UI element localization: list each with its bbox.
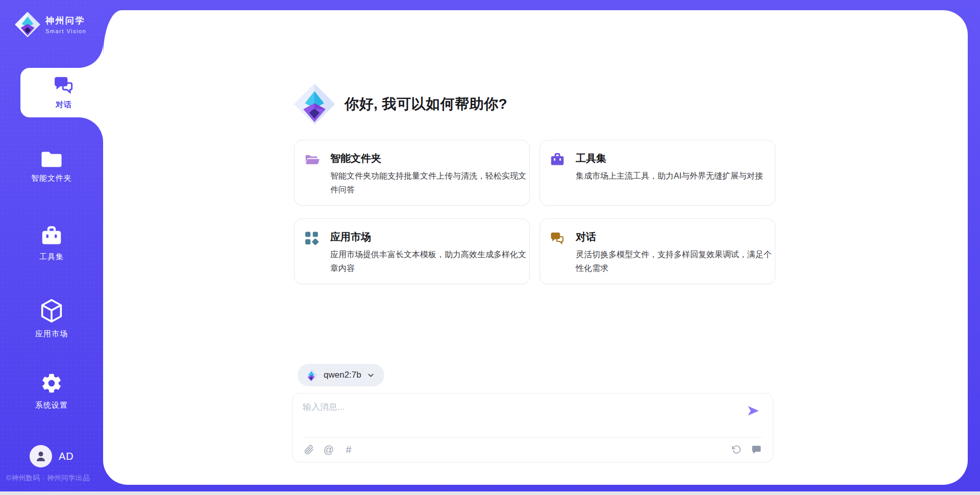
- sidebar-item-label: 工具集: [0, 252, 103, 262]
- brand: 神州问学 Smart Vision: [14, 11, 86, 38]
- card-app-market[interactable]: 应用市场 应用市场提供丰富长文本模板，助力高效生成多样化文章内容: [294, 218, 530, 284]
- chat-bubbles-icon: [550, 231, 565, 245]
- person-icon: [34, 450, 47, 463]
- card-description: 应用市场提供丰富长文本模板，助力高效生成多样化文章内容: [330, 247, 528, 275]
- sidebar-item-label: 系统设置: [0, 401, 103, 410]
- model-name: qwen2:7b: [324, 370, 361, 380]
- model-logo-icon: [304, 368, 318, 382]
- app-root: 对话 神州问学 Smart Vision 智能文件夹 工具集: [0, 0, 980, 495]
- hashtag-button[interactable]: #: [342, 443, 355, 456]
- new-chat-button[interactable]: [750, 443, 763, 456]
- main-content: 你好, 我可以如何帮助你? 智能文件夹 智能文件夹功能支持批量文件上传与清洗，轻…: [292, 0, 775, 495]
- card-title: 对话: [576, 230, 596, 244]
- chat-bubbles-icon: [52, 75, 76, 95]
- card-toolset[interactable]: 工具集 集成市场上主流工具，助力AI与外界无缝扩展与对接: [540, 140, 775, 206]
- greeting-text: 你好, 我可以如何帮助你?: [345, 94, 507, 114]
- attach-file-button[interactable]: [303, 443, 315, 456]
- comment-icon: [751, 444, 762, 455]
- sidebar-item-toolset[interactable]: 工具集: [0, 226, 103, 262]
- message-input[interactable]: [303, 401, 737, 433]
- hash-icon: #: [346, 443, 351, 456]
- sidebar-item-label: 应用市场: [0, 329, 103, 339]
- send-icon[interactable]: [746, 404, 761, 418]
- paperclip-icon: [304, 445, 314, 455]
- copyright-text: ©神州数码 · 神州问学出品: [6, 474, 90, 483]
- model-selector[interactable]: qwen2:7b: [298, 364, 384, 386]
- briefcase-icon: [550, 153, 565, 166]
- message-composer: @ #: [292, 393, 773, 462]
- folder-open-icon: [305, 153, 320, 166]
- app-subtitle: Smart Vision: [45, 28, 86, 34]
- mention-button[interactable]: @: [323, 443, 335, 456]
- composer-divider: [303, 437, 763, 438]
- sidebar-item-smart-folder[interactable]: 智能文件夹: [0, 150, 103, 183]
- brand-logo-icon: [14, 11, 41, 38]
- card-title: 工具集: [576, 152, 606, 165]
- user-initials: AD: [59, 451, 74, 462]
- sidebar-item-app-market[interactable]: 应用市场: [0, 299, 103, 339]
- assistant-logo-icon: [293, 83, 336, 126]
- user-chip[interactable]: AD: [30, 445, 74, 467]
- sidebar-item-label: 对话: [20, 100, 107, 110]
- card-description: 智能文件夹功能支持批量文件上传与清洗，轻松实现文件问答: [330, 169, 528, 196]
- history-button[interactable]: [730, 443, 743, 456]
- greeting: 你好, 我可以如何帮助你?: [293, 83, 507, 126]
- card-description: 集成市场上主流工具，助力AI与外界无缝扩展与对接: [576, 169, 774, 183]
- sidebar-item-label: 智能文件夹: [0, 174, 103, 183]
- card-smart-folder[interactable]: 智能文件夹 智能文件夹功能支持批量文件上传与清洗，轻松实现文件问答: [294, 140, 530, 206]
- card-title: 应用市场: [330, 230, 371, 244]
- grid-blocks-icon: [305, 231, 318, 245]
- app-title: 神州问学: [45, 15, 86, 27]
- at-icon: @: [324, 443, 334, 456]
- chevron-down-icon: [366, 371, 375, 380]
- card-chat[interactable]: 对话 灵活切换多模型文件，支持多样回复效果调试，满足个性化需求: [540, 218, 775, 284]
- cube-icon: [40, 299, 63, 323]
- sidebar-item-settings[interactable]: 系统设置: [0, 372, 103, 410]
- feature-cards: 智能文件夹 智能文件夹功能支持批量文件上传与清洗，轻松实现文件问答 工具集 集成…: [294, 140, 775, 284]
- folder-icon: [41, 150, 62, 167]
- history-icon: [731, 444, 742, 455]
- card-title: 智能文件夹: [330, 152, 381, 165]
- card-description: 灵活切换多模型文件，支持多样回复效果调试，满足个性化需求: [576, 247, 774, 275]
- gear-icon: [40, 372, 63, 394]
- avatar: [30, 445, 52, 467]
- sidebar-item-chat-active[interactable]: 对话: [20, 68, 107, 117]
- briefcase-icon: [41, 226, 62, 246]
